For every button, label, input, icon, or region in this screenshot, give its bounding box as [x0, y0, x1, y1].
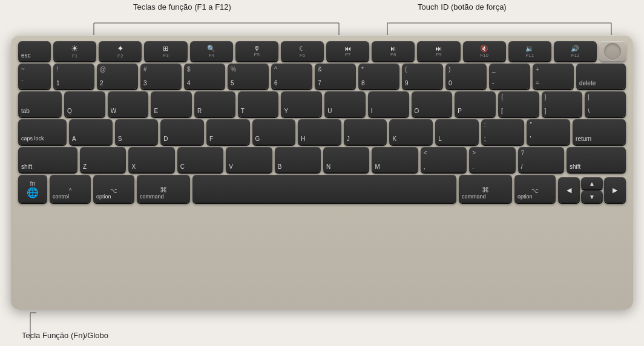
- key-d[interactable]: D: [160, 119, 204, 145]
- key-command-right[interactable]: ⌘ command: [459, 175, 512, 203]
- fn-globe-annotation: Tecla Função (Fn)/Globo: [22, 331, 108, 340]
- key-semicolon[interactable]: : ;: [481, 119, 525, 145]
- key-o[interactable]: O: [412, 91, 453, 117]
- key-backtick[interactable]: ~ `: [18, 64, 51, 89]
- key-equals[interactable]: + =: [533, 64, 574, 89]
- key-tab[interactable]: tab: [18, 91, 62, 117]
- key-q[interactable]: Q: [64, 91, 105, 117]
- key-f5[interactable]: 🎙 F5: [235, 41, 278, 61]
- key-f9[interactable]: ⏭ F9: [417, 41, 460, 61]
- key-8[interactable]: * 8: [358, 64, 399, 89]
- key-slash[interactable]: ? /: [518, 147, 564, 172]
- key-5[interactable]: % 5: [228, 64, 269, 89]
- touch-id-sensor: [604, 43, 621, 60]
- touch-id-annotation: Touch ID (botão de força): [418, 2, 507, 11]
- key-h[interactable]: H: [298, 119, 341, 145]
- key-a[interactable]: A: [69, 119, 113, 145]
- tab-key-row: tab Q W E R T Y U I O P { [ } ] | \: [18, 91, 626, 117]
- key-n[interactable]: N: [323, 147, 369, 172]
- key-f7[interactable]: ⏮ F7: [326, 41, 369, 61]
- key-9[interactable]: ( 9: [402, 64, 443, 89]
- key-f6[interactable]: ☾ F6: [281, 41, 324, 61]
- key-lbracket[interactable]: { [: [498, 91, 539, 117]
- number-key-row: ~ ` ! 1 @ 2 # 3 $ 4: [18, 64, 626, 89]
- key-v[interactable]: V: [226, 147, 272, 172]
- key-w[interactable]: W: [108, 91, 149, 117]
- key-f[interactable]: F: [206, 119, 250, 145]
- key-backslash[interactable]: | \: [585, 91, 626, 117]
- key-p[interactable]: P: [455, 91, 496, 117]
- key-f11[interactable]: 🔉 F11: [508, 41, 551, 61]
- key-4[interactable]: $ 4: [184, 64, 225, 89]
- key-3[interactable]: # 3: [140, 64, 182, 89]
- key-shift-left[interactable]: shift: [18, 147, 77, 172]
- key-control[interactable]: ^ control: [50, 175, 91, 203]
- function-key-row: esc ☀ F1 ✦ F2 ⊞ F3 🔍 F4 🎙 F5 ☾ F6 ⏮ F7: [18, 41, 626, 61]
- key-l[interactable]: L: [435, 119, 479, 145]
- key-period[interactable]: > .: [469, 147, 515, 172]
- key-z[interactable]: Z: [80, 147, 126, 172]
- key-f10[interactable]: 🔇 F10: [463, 41, 506, 61]
- key-quote[interactable]: " ': [527, 119, 570, 145]
- key-return[interactable]: return: [573, 119, 626, 145]
- key-b[interactable]: B: [275, 147, 321, 172]
- key-rbracket[interactable]: } ]: [542, 91, 583, 117]
- key-f1[interactable]: ☀ F1: [53, 41, 96, 61]
- key-delete[interactable]: delete: [576, 64, 626, 89]
- key-g[interactable]: G: [252, 119, 296, 145]
- key-7[interactable]: & 7: [315, 64, 356, 89]
- key-u[interactable]: U: [324, 91, 366, 117]
- key-f12[interactable]: 🔊 F12: [554, 41, 597, 61]
- key-f4[interactable]: 🔍 F4: [190, 41, 233, 61]
- key-i[interactable]: I: [368, 91, 409, 117]
- key-arrow-down[interactable]: ▼: [581, 191, 603, 203]
- arrow-up-down: ▲ ▼: [581, 177, 603, 203]
- key-m[interactable]: M: [372, 147, 418, 172]
- key-e[interactable]: E: [151, 91, 192, 117]
- key-option-left[interactable]: ⌥ option: [93, 175, 134, 203]
- key-j[interactable]: J: [344, 119, 387, 145]
- bottom-key-row: fn 🌐 ^ control ⌥ option ⌘ command: [18, 175, 626, 203]
- key-0[interactable]: ) 0: [445, 64, 487, 89]
- arrow-cluster: ◀ ▲ ▼ ▶: [558, 177, 626, 203]
- function-keys-annotation: Teclas de função (F1 a F12): [133, 2, 231, 11]
- key-option-right[interactable]: ⌥ option: [514, 175, 556, 203]
- key-arrow-up[interactable]: ▲: [581, 177, 603, 189]
- key-caps-lock[interactable]: caps lock: [18, 119, 67, 145]
- key-r[interactable]: R: [194, 91, 235, 117]
- shift-key-row: shift Z X C V B N M < , > . ? / shif: [18, 147, 626, 172]
- key-comma[interactable]: < ,: [421, 147, 467, 172]
- key-f3[interactable]: ⊞ F3: [144, 41, 187, 61]
- key-minus[interactable]: _ -: [489, 64, 530, 89]
- key-1[interactable]: ! 1: [53, 64, 94, 89]
- key-k[interactable]: K: [389, 119, 433, 145]
- key-arrow-left[interactable]: ◀: [558, 177, 580, 203]
- key-arrow-right[interactable]: ▶: [604, 177, 626, 203]
- key-2[interactable]: @ 2: [97, 64, 138, 89]
- keyboard: esc ☀ F1 ✦ F2 ⊞ F3 🔍 F4 🎙 F5 ☾ F6 ⏮ F7: [11, 35, 633, 310]
- key-c[interactable]: C: [177, 147, 223, 172]
- key-t[interactable]: T: [238, 91, 279, 117]
- key-s[interactable]: S: [115, 119, 159, 145]
- key-x[interactable]: X: [128, 147, 174, 172]
- key-f2[interactable]: ✦ F2: [99, 41, 142, 61]
- key-fn[interactable]: fn 🌐: [18, 175, 47, 203]
- key-command-left[interactable]: ⌘ command: [137, 175, 190, 203]
- key-6[interactable]: ^ 6: [271, 64, 312, 89]
- key-esc[interactable]: esc: [18, 41, 51, 61]
- key-f8[interactable]: ⏯ F8: [372, 41, 415, 61]
- key-touch-id[interactable]: [599, 41, 626, 61]
- caps-key-row: caps lock A S D F G H J K L : ; " ' retu…: [18, 119, 626, 145]
- key-shift-right[interactable]: shift: [567, 147, 626, 172]
- arrow-top-row: ◀ ▲ ▼ ▶: [558, 177, 626, 203]
- key-spacebar[interactable]: [192, 175, 456, 203]
- key-y[interactable]: Y: [281, 91, 322, 117]
